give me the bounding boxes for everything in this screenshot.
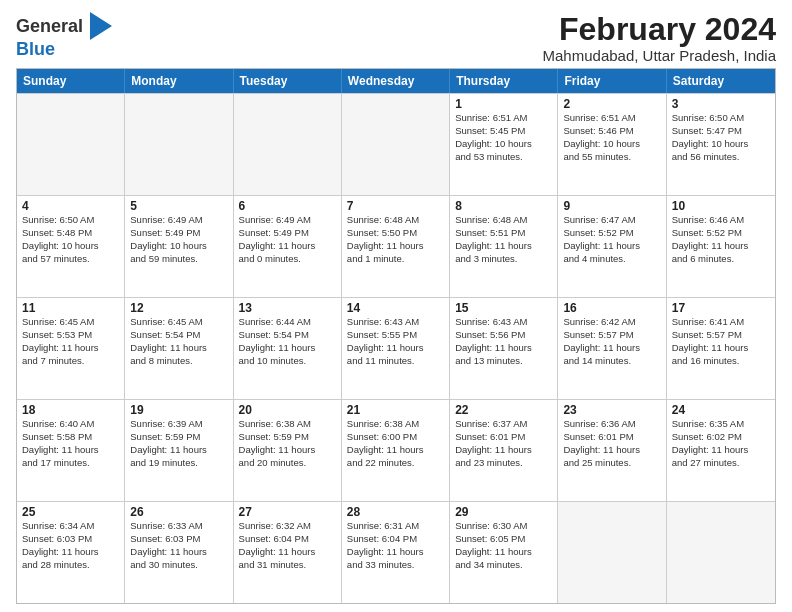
day-cell-24: 24Sunrise: 6:35 AM Sunset: 6:02 PM Dayli… bbox=[667, 400, 775, 501]
day-cell-3: 3Sunrise: 6:50 AM Sunset: 5:47 PM Daylig… bbox=[667, 94, 775, 195]
day-detail: Sunrise: 6:51 AM Sunset: 5:45 PM Dayligh… bbox=[455, 112, 552, 163]
day-number: 14 bbox=[347, 301, 444, 315]
day-number: 1 bbox=[455, 97, 552, 111]
empty-cell bbox=[125, 94, 233, 195]
day-detail: Sunrise: 6:50 AM Sunset: 5:47 PM Dayligh… bbox=[672, 112, 770, 163]
calendar-header: SundayMondayTuesdayWednesdayThursdayFrid… bbox=[17, 69, 775, 93]
day-number: 2 bbox=[563, 97, 660, 111]
day-cell-28: 28Sunrise: 6:31 AM Sunset: 6:04 PM Dayli… bbox=[342, 502, 450, 603]
day-number: 4 bbox=[22, 199, 119, 213]
header-day-sunday: Sunday bbox=[17, 69, 125, 93]
day-number: 10 bbox=[672, 199, 770, 213]
logo-icon bbox=[90, 12, 112, 40]
day-number: 8 bbox=[455, 199, 552, 213]
header-day-saturday: Saturday bbox=[667, 69, 775, 93]
day-number: 12 bbox=[130, 301, 227, 315]
day-cell-11: 11Sunrise: 6:45 AM Sunset: 5:53 PM Dayli… bbox=[17, 298, 125, 399]
calendar: SundayMondayTuesdayWednesdayThursdayFrid… bbox=[16, 68, 776, 604]
page: General Blue February 2024 Mahmudabad, U… bbox=[0, 0, 792, 612]
day-detail: Sunrise: 6:46 AM Sunset: 5:52 PM Dayligh… bbox=[672, 214, 770, 265]
empty-cell bbox=[558, 502, 666, 603]
day-number: 11 bbox=[22, 301, 119, 315]
day-number: 18 bbox=[22, 403, 119, 417]
header-day-friday: Friday bbox=[558, 69, 666, 93]
day-cell-7: 7Sunrise: 6:48 AM Sunset: 5:50 PM Daylig… bbox=[342, 196, 450, 297]
day-number: 16 bbox=[563, 301, 660, 315]
day-cell-27: 27Sunrise: 6:32 AM Sunset: 6:04 PM Dayli… bbox=[234, 502, 342, 603]
day-number: 23 bbox=[563, 403, 660, 417]
day-number: 29 bbox=[455, 505, 552, 519]
day-cell-17: 17Sunrise: 6:41 AM Sunset: 5:57 PM Dayli… bbox=[667, 298, 775, 399]
day-cell-26: 26Sunrise: 6:33 AM Sunset: 6:03 PM Dayli… bbox=[125, 502, 233, 603]
day-number: 21 bbox=[347, 403, 444, 417]
svg-marker-0 bbox=[90, 12, 112, 40]
day-number: 22 bbox=[455, 403, 552, 417]
day-detail: Sunrise: 6:42 AM Sunset: 5:57 PM Dayligh… bbox=[563, 316, 660, 367]
calendar-row-2: 11Sunrise: 6:45 AM Sunset: 5:53 PM Dayli… bbox=[17, 297, 775, 399]
calendar-row-1: 4Sunrise: 6:50 AM Sunset: 5:48 PM Daylig… bbox=[17, 195, 775, 297]
day-cell-15: 15Sunrise: 6:43 AM Sunset: 5:56 PM Dayli… bbox=[450, 298, 558, 399]
day-cell-18: 18Sunrise: 6:40 AM Sunset: 5:58 PM Dayli… bbox=[17, 400, 125, 501]
day-cell-1: 1Sunrise: 6:51 AM Sunset: 5:45 PM Daylig… bbox=[450, 94, 558, 195]
day-cell-14: 14Sunrise: 6:43 AM Sunset: 5:55 PM Dayli… bbox=[342, 298, 450, 399]
logo: General Blue bbox=[16, 16, 112, 60]
day-number: 15 bbox=[455, 301, 552, 315]
day-detail: Sunrise: 6:45 AM Sunset: 5:53 PM Dayligh… bbox=[22, 316, 119, 367]
day-detail: Sunrise: 6:34 AM Sunset: 6:03 PM Dayligh… bbox=[22, 520, 119, 571]
main-title: February 2024 bbox=[543, 12, 776, 47]
day-cell-9: 9Sunrise: 6:47 AM Sunset: 5:52 PM Daylig… bbox=[558, 196, 666, 297]
day-cell-19: 19Sunrise: 6:39 AM Sunset: 5:59 PM Dayli… bbox=[125, 400, 233, 501]
day-cell-12: 12Sunrise: 6:45 AM Sunset: 5:54 PM Dayli… bbox=[125, 298, 233, 399]
day-number: 13 bbox=[239, 301, 336, 315]
day-number: 20 bbox=[239, 403, 336, 417]
header-row: General Blue February 2024 Mahmudabad, U… bbox=[16, 12, 776, 64]
subtitle: Mahmudabad, Uttar Pradesh, India bbox=[543, 47, 776, 64]
day-number: 24 bbox=[672, 403, 770, 417]
day-detail: Sunrise: 6:50 AM Sunset: 5:48 PM Dayligh… bbox=[22, 214, 119, 265]
day-detail: Sunrise: 6:51 AM Sunset: 5:46 PM Dayligh… bbox=[563, 112, 660, 163]
day-detail: Sunrise: 6:48 AM Sunset: 5:51 PM Dayligh… bbox=[455, 214, 552, 265]
day-detail: Sunrise: 6:38 AM Sunset: 6:00 PM Dayligh… bbox=[347, 418, 444, 469]
day-cell-22: 22Sunrise: 6:37 AM Sunset: 6:01 PM Dayli… bbox=[450, 400, 558, 501]
day-number: 25 bbox=[22, 505, 119, 519]
day-detail: Sunrise: 6:31 AM Sunset: 6:04 PM Dayligh… bbox=[347, 520, 444, 571]
calendar-body: 1Sunrise: 6:51 AM Sunset: 5:45 PM Daylig… bbox=[17, 93, 775, 603]
day-number: 28 bbox=[347, 505, 444, 519]
day-detail: Sunrise: 6:44 AM Sunset: 5:54 PM Dayligh… bbox=[239, 316, 336, 367]
day-detail: Sunrise: 6:39 AM Sunset: 5:59 PM Dayligh… bbox=[130, 418, 227, 469]
day-detail: Sunrise: 6:49 AM Sunset: 5:49 PM Dayligh… bbox=[239, 214, 336, 265]
day-number: 19 bbox=[130, 403, 227, 417]
header-day-wednesday: Wednesday bbox=[342, 69, 450, 93]
day-cell-10: 10Sunrise: 6:46 AM Sunset: 5:52 PM Dayli… bbox=[667, 196, 775, 297]
day-number: 7 bbox=[347, 199, 444, 213]
day-detail: Sunrise: 6:33 AM Sunset: 6:03 PM Dayligh… bbox=[130, 520, 227, 571]
logo-blue: Blue bbox=[16, 39, 55, 59]
day-detail: Sunrise: 6:43 AM Sunset: 5:55 PM Dayligh… bbox=[347, 316, 444, 367]
day-number: 6 bbox=[239, 199, 336, 213]
day-cell-2: 2Sunrise: 6:51 AM Sunset: 5:46 PM Daylig… bbox=[558, 94, 666, 195]
empty-cell bbox=[342, 94, 450, 195]
day-detail: Sunrise: 6:35 AM Sunset: 6:02 PM Dayligh… bbox=[672, 418, 770, 469]
day-cell-20: 20Sunrise: 6:38 AM Sunset: 5:59 PM Dayli… bbox=[234, 400, 342, 501]
day-detail: Sunrise: 6:47 AM Sunset: 5:52 PM Dayligh… bbox=[563, 214, 660, 265]
header-day-tuesday: Tuesday bbox=[234, 69, 342, 93]
day-detail: Sunrise: 6:43 AM Sunset: 5:56 PM Dayligh… bbox=[455, 316, 552, 367]
logo-general: General bbox=[16, 16, 83, 36]
empty-cell bbox=[234, 94, 342, 195]
calendar-row-4: 25Sunrise: 6:34 AM Sunset: 6:03 PM Dayli… bbox=[17, 501, 775, 603]
day-cell-29: 29Sunrise: 6:30 AM Sunset: 6:05 PM Dayli… bbox=[450, 502, 558, 603]
day-number: 3 bbox=[672, 97, 770, 111]
header-day-monday: Monday bbox=[125, 69, 233, 93]
day-cell-21: 21Sunrise: 6:38 AM Sunset: 6:00 PM Dayli… bbox=[342, 400, 450, 501]
day-cell-6: 6Sunrise: 6:49 AM Sunset: 5:49 PM Daylig… bbox=[234, 196, 342, 297]
day-detail: Sunrise: 6:32 AM Sunset: 6:04 PM Dayligh… bbox=[239, 520, 336, 571]
day-cell-4: 4Sunrise: 6:50 AM Sunset: 5:48 PM Daylig… bbox=[17, 196, 125, 297]
title-block: February 2024 Mahmudabad, Uttar Pradesh,… bbox=[543, 12, 776, 64]
day-detail: Sunrise: 6:48 AM Sunset: 5:50 PM Dayligh… bbox=[347, 214, 444, 265]
calendar-row-3: 18Sunrise: 6:40 AM Sunset: 5:58 PM Dayli… bbox=[17, 399, 775, 501]
day-detail: Sunrise: 6:45 AM Sunset: 5:54 PM Dayligh… bbox=[130, 316, 227, 367]
empty-cell bbox=[667, 502, 775, 603]
calendar-row-0: 1Sunrise: 6:51 AM Sunset: 5:45 PM Daylig… bbox=[17, 93, 775, 195]
day-number: 27 bbox=[239, 505, 336, 519]
day-cell-16: 16Sunrise: 6:42 AM Sunset: 5:57 PM Dayli… bbox=[558, 298, 666, 399]
